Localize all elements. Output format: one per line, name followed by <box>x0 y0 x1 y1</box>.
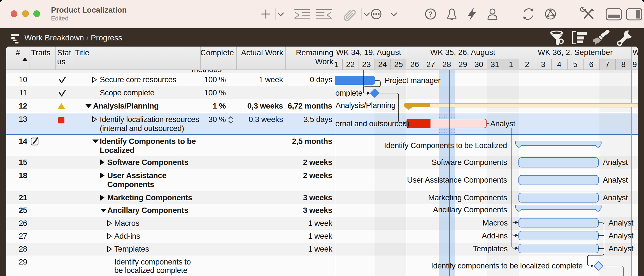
svg-text:?: ? <box>428 10 433 18</box>
